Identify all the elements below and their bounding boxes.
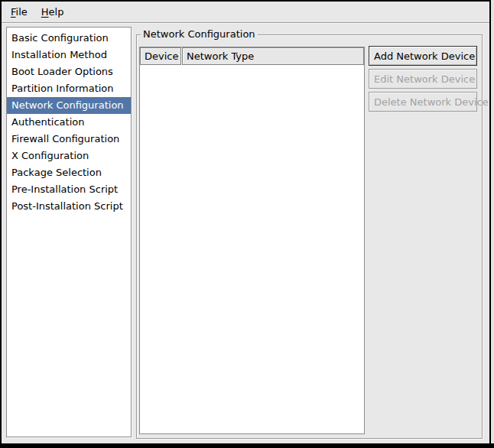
sidebar-item-partition-information[interactable]: Partition Information xyxy=(7,80,131,97)
config-section-list: Basic Configuration Installation Method … xyxy=(6,27,132,437)
sidebar-item-package-selection[interactable]: Package Selection xyxy=(7,164,131,181)
sidebar-item-x-configuration[interactable]: X Configuration xyxy=(7,148,131,164)
sidebar-item-firewall-configuration[interactable]: Firewall Configuration xyxy=(7,131,131,148)
edit-network-device-button: Edit Network Device xyxy=(369,69,477,89)
column-header-network-type[interactable]: Network Type xyxy=(182,47,364,65)
menu-help-mnemonic: H xyxy=(41,6,49,18)
sidebar-item-basic-configuration[interactable]: Basic Configuration xyxy=(7,30,131,47)
sidebar-item-installation-method[interactable]: Installation Method xyxy=(7,47,131,63)
table-header-row: Device Network Type xyxy=(140,47,364,65)
menu-help-label: elp xyxy=(49,6,64,18)
network-device-table: Device Network Type xyxy=(139,47,365,434)
table-body-empty xyxy=(140,65,364,433)
menu-file[interactable]: File xyxy=(9,2,29,22)
menubar: File Help xyxy=(2,2,489,23)
window-bottom-border xyxy=(0,443,494,448)
sidebar-item-post-installation-script[interactable]: Post-Installation Script xyxy=(7,198,131,215)
sidebar-item-pre-installation-script[interactable]: Pre-Installation Script xyxy=(7,181,131,198)
kickstart-configurator-window: File Help Basic Configuration Installati… xyxy=(2,2,489,443)
desktop-gutter xyxy=(491,0,494,443)
menu-file-label: ile xyxy=(16,6,28,18)
column-header-device[interactable]: Device xyxy=(140,47,181,65)
sidebar-item-authentication[interactable]: Authentication xyxy=(7,114,131,131)
delete-network-device-button: Delete Network Device xyxy=(369,92,477,112)
sidebar-item-network-configuration[interactable]: Network Configuration xyxy=(7,97,131,114)
sidebar-item-boot-loader-options[interactable]: Boot Loader Options xyxy=(7,63,131,80)
app-screenshot: File Help Basic Configuration Installati… xyxy=(0,0,494,448)
frame-title: Network Configuration xyxy=(141,28,258,41)
add-network-device-button[interactable]: Add Network Device xyxy=(369,46,477,66)
menu-help[interactable]: Help xyxy=(40,2,66,22)
